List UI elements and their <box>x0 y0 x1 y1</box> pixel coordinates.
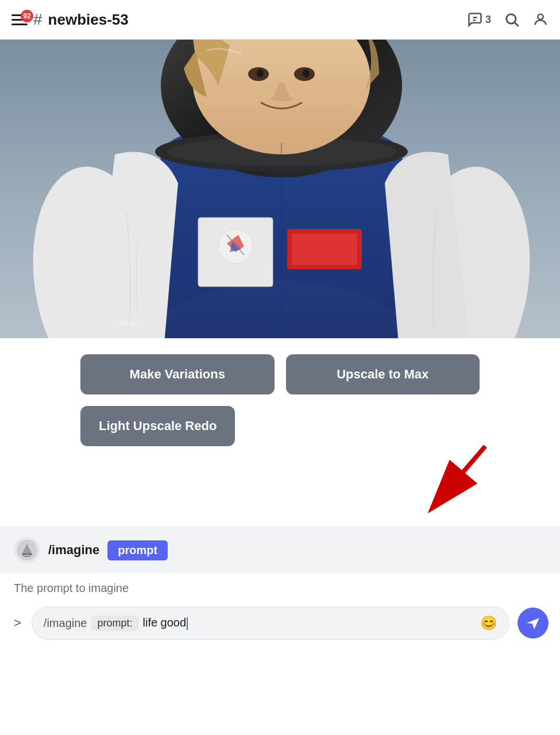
emoji-button[interactable]: 😊 <box>480 615 497 631</box>
send-icon <box>526 616 540 630</box>
svg-point-4 <box>538 14 543 20</box>
imagine-hint: The prompt to imagine <box>0 574 560 599</box>
search-button[interactable] <box>504 11 520 28</box>
prompt-badge[interactable]: prompt <box>107 540 168 560</box>
light-upscale-redo-button[interactable]: Light Upscale Redo <box>80 406 235 446</box>
svg-line-3 <box>515 22 518 26</box>
header: 92 # newbies-53 3 <box>0 0 560 40</box>
send-button[interactable] <box>517 608 549 639</box>
image-container: ΣIΒΗΙGN <box>0 40 560 338</box>
arrow-container <box>0 469 560 521</box>
profile-button[interactable] <box>532 11 549 28</box>
input-field-wrapper[interactable]: /imagine prompt: life good 😊 <box>32 606 509 640</box>
svg-point-21 <box>257 69 264 78</box>
buttons-row-1: Make Variations Upscale to Max <box>80 354 480 394</box>
input-prompt-badge: prompt: <box>91 616 138 631</box>
svg-line-27 <box>434 446 485 506</box>
chevron-button[interactable]: > <box>11 613 24 633</box>
svg-text:ΣIΒΗΙGN: ΣIΒΗΙGN <box>115 319 146 327</box>
bot-avatar <box>14 537 40 563</box>
input-text: life good <box>143 616 476 630</box>
notification-badge: 92 <box>21 10 33 22</box>
input-row: > /imagine prompt: life good 😊 <box>0 599 560 653</box>
hint-text: The prompt to imagine <box>14 582 129 594</box>
astronaut-painting: ΣIΒΗΙGN <box>0 40 560 338</box>
thread-icon-button[interactable]: 3 <box>467 11 491 28</box>
header-left: 92 # newbies-53 <box>11 10 459 29</box>
svg-point-22 <box>303 69 310 78</box>
make-variations-button[interactable]: Make Variations <box>80 354 275 394</box>
red-arrow <box>388 440 514 521</box>
svg-point-2 <box>507 14 516 24</box>
upscale-to-max-button[interactable]: Upscale to Max <box>286 354 480 394</box>
channel-hash: # <box>33 10 43 29</box>
input-command: /imagine <box>44 617 87 630</box>
text-cursor <box>187 617 188 630</box>
imagine-command: /imagine <box>48 543 99 558</box>
header-right: 3 <box>467 11 549 28</box>
hamburger-wrapper: 92 <box>11 14 28 25</box>
channel-name: newbies-53 <box>48 11 129 29</box>
thread-count: 3 <box>485 14 491 26</box>
svg-rect-13 <box>292 234 357 265</box>
imagine-bar: /imagine prompt <box>0 527 560 574</box>
